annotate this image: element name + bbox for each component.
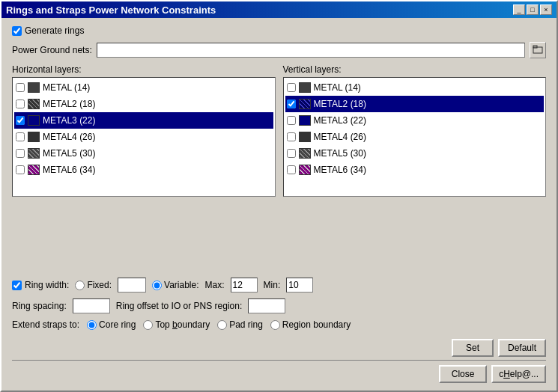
- title-bar-buttons: _ □ ×: [513, 4, 552, 15]
- ring-offset-label: Ring offset to IO or PNS region:: [116, 301, 243, 311]
- title-bar: Rings and Straps Power Network Constrain…: [1, 1, 557, 18]
- maximize-button[interactable]: □: [527, 4, 539, 15]
- generate-rings-row: Generate rings: [12, 25, 546, 36]
- horizontal-layers-label: Horizontal layers:: [12, 64, 276, 75]
- h-layer-check-2[interactable]: [16, 116, 25, 125]
- ring-spacing-label: Ring spacing:: [12, 301, 67, 311]
- help-button[interactable]: cHelp@...: [491, 365, 546, 383]
- power-ground-nets-browse-button[interactable]: [530, 42, 546, 58]
- v-layer-name-5: METAL6 (34): [314, 165, 366, 175]
- extend-straps-core-ring-radio[interactable]: [87, 320, 97, 330]
- set-default-button-row: Set Default: [12, 336, 546, 360]
- ring-width-checkbox[interactable]: [12, 281, 22, 290]
- ring-width-min-label: Min:: [264, 280, 281, 290]
- h-layer-item-5[interactable]: METAL6 (34): [14, 162, 273, 178]
- h-layer-item-1[interactable]: METAL2 (18): [14, 96, 273, 112]
- ring-width-checkbox-label[interactable]: Ring width:: [12, 280, 69, 290]
- h-layer-check-5[interactable]: [16, 165, 25, 174]
- ring-width-max-label: Max:: [205, 280, 225, 290]
- ring-spacing-row: Ring spacing: Ring offset to IO or PNS r…: [12, 298, 546, 313]
- v-layer-color-1: [299, 99, 311, 109]
- window-title: Rings and Straps Power Network Constrain…: [6, 4, 216, 16]
- v-layer-check-2[interactable]: [287, 116, 296, 125]
- h-layer-check-3[interactable]: [16, 132, 25, 141]
- extend-straps-pad-ring-radio[interactable]: [217, 320, 227, 330]
- h-layer-color-3: [28, 132, 40, 142]
- browse-icon: [533, 45, 543, 55]
- v-layer-item-2[interactable]: METAL3 (22): [285, 112, 545, 129]
- h-layer-item-2[interactable]: METAL3 (22): [14, 112, 273, 129]
- power-ground-nets-label: Power Ground nets:: [12, 45, 92, 55]
- v-layer-color-2: [299, 115, 311, 126]
- v-layer-check-3[interactable]: [287, 132, 296, 141]
- horizontal-layers-group: Horizontal layers: METAL (14) METAL2 (18…: [12, 64, 276, 272]
- extend-straps-region-boundary-radio[interactable]: [270, 320, 280, 330]
- v-layer-item-0[interactable]: METAL (14): [285, 79, 545, 96]
- ring-width-fixed-radio-label[interactable]: Fixed:: [75, 280, 112, 290]
- extend-straps-top-boundary-text: Top boundary: [155, 319, 210, 330]
- extend-straps-label: Extend straps to:: [12, 319, 79, 330]
- layers-section: Horizontal layers: METAL (14) METAL2 (18…: [12, 64, 546, 272]
- v-layer-check-1[interactable]: [287, 99, 296, 108]
- set-button[interactable]: Set: [452, 339, 494, 357]
- h-layer-item-3[interactable]: METAL4 (26): [14, 129, 273, 145]
- ring-width-fixed-input[interactable]: [118, 278, 146, 293]
- extend-straps-region-boundary-label[interactable]: Region boundary: [270, 319, 351, 330]
- h-layer-name-1: METAL2 (18): [43, 99, 95, 109]
- minimize-button[interactable]: _: [513, 4, 525, 15]
- v-layer-name-0: METAL (14): [314, 82, 361, 93]
- default-button[interactable]: Default: [498, 339, 546, 357]
- generate-rings-checkbox[interactable]: [12, 26, 22, 36]
- v-layer-item-4[interactable]: METAL5 (30): [285, 145, 545, 162]
- h-layer-color-5: [28, 165, 40, 175]
- v-layer-check-0[interactable]: [287, 83, 296, 92]
- power-ground-nets-row: Power Ground nets:: [12, 42, 546, 58]
- v-layer-name-4: METAL5 (30): [314, 148, 366, 159]
- v-layer-item-3[interactable]: METAL4 (26): [285, 129, 545, 145]
- extend-straps-row: Extend straps to: Core ring Top boundary…: [12, 319, 546, 330]
- ring-width-fixed-radio[interactable]: [75, 281, 85, 290]
- ring-width-min-input[interactable]: [286, 278, 313, 293]
- extend-straps-pad-ring-text: Pad ring: [229, 319, 263, 330]
- h-layer-name-4: METAL5 (30): [43, 148, 95, 159]
- extend-straps-core-ring-label[interactable]: Core ring: [87, 319, 136, 330]
- h-layer-color-1: [28, 99, 40, 109]
- generate-rings-checkbox-label[interactable]: Generate rings: [12, 25, 84, 36]
- extend-straps-core-ring-text: Core ring: [99, 319, 136, 330]
- ring-width-variable-radio[interactable]: [152, 281, 162, 290]
- extend-straps-top-boundary-radio[interactable]: [143, 320, 153, 330]
- extend-straps-region-boundary-text: Region boundary: [282, 319, 351, 330]
- vertical-layers-list[interactable]: METAL (14) METAL2 (18) METAL3 (22): [283, 77, 547, 197]
- v-layer-check-4[interactable]: [287, 149, 296, 158]
- h-layer-color-0: [28, 82, 40, 93]
- h-layer-check-1[interactable]: [16, 99, 25, 108]
- v-layer-color-4: [299, 148, 311, 159]
- h-layer-item-4[interactable]: METAL5 (30): [14, 145, 273, 162]
- extend-straps-top-boundary-label[interactable]: Top boundary: [143, 319, 210, 330]
- horizontal-layers-list[interactable]: METAL (14) METAL2 (18) METAL3 (22): [12, 77, 276, 197]
- close-help-button-row: Close cHelp@...: [12, 360, 546, 383]
- close-button[interactable]: ×: [540, 4, 552, 15]
- close-button[interactable]: Close: [439, 365, 487, 383]
- ring-spacing-input[interactable]: [73, 298, 110, 313]
- ring-width-label: Ring width:: [25, 280, 69, 290]
- v-layer-color-5: [299, 165, 311, 175]
- h-layer-name-0: METAL (14): [43, 82, 90, 93]
- power-ground-nets-input[interactable]: [97, 43, 525, 58]
- ring-width-fixed-label: Fixed:: [87, 280, 112, 290]
- v-layer-check-5[interactable]: [287, 165, 296, 174]
- h-layer-name-3: METAL4 (26): [43, 132, 95, 142]
- ring-width-max-input[interactable]: [231, 278, 258, 293]
- h-layer-check-4[interactable]: [16, 149, 25, 158]
- h-layer-item-0[interactable]: METAL (14): [14, 79, 273, 96]
- ring-width-variable-radio-label[interactable]: Variable:: [152, 280, 198, 290]
- ring-width-row: Ring width: Fixed: Variable: Max: Min:: [12, 278, 546, 293]
- bottom-section: Set Default Close cHelp@...: [12, 336, 546, 383]
- h-layer-name-2: METAL3 (22): [43, 115, 95, 126]
- v-layer-item-5[interactable]: METAL6 (34): [285, 162, 545, 178]
- h-layer-check-0[interactable]: [16, 83, 25, 92]
- v-layer-name-2: METAL3 (22): [314, 115, 366, 126]
- v-layer-item-1[interactable]: METAL2 (18): [285, 96, 545, 112]
- ring-offset-input[interactable]: [248, 298, 285, 313]
- extend-straps-pad-ring-label[interactable]: Pad ring: [217, 319, 263, 330]
